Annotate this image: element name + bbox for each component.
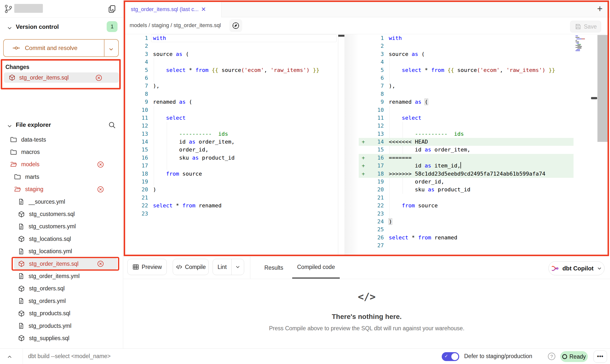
code-line[interactable]: 12 (123, 122, 338, 130)
code-line[interactable]: 2 (359, 42, 610, 50)
preview-button[interactable]: Preview (127, 259, 167, 275)
code-line[interactable]: 25 (359, 226, 610, 233)
code-line[interactable]: 7), (123, 82, 338, 90)
code-line[interactable]: 9renamed as ( (359, 98, 610, 106)
minimap[interactable] (575, 35, 592, 51)
search-icon[interactable] (108, 121, 117, 130)
code-line[interactable]: 13 ---------- ids (359, 130, 610, 138)
diff-pane-original[interactable]: 1with23source as (45 select * from {{ so… (123, 34, 338, 255)
code-line[interactable]: 11 select (123, 114, 338, 122)
copy-icon[interactable] (107, 4, 117, 14)
code-line[interactable]: 6 (123, 74, 338, 82)
right-scrollbar-track[interactable] (597, 35, 608, 142)
file-tree-item[interactable]: stg_customers.sql (0, 208, 123, 220)
version-control-header[interactable]: Version control 1 (0, 22, 123, 32)
dbt-copilot-button[interactable]: dbt Copilot (548, 261, 605, 275)
file-tree-item[interactable]: stg_order_items.yml (0, 270, 123, 282)
code-line[interactable]: 13 ---------- ids (123, 130, 338, 138)
discard-change-icon[interactable] (95, 74, 102, 82)
code-line[interactable]: 2 (123, 42, 338, 50)
close-tab-icon[interactable]: ✕ (201, 6, 206, 13)
file-explorer-header[interactable]: File explorer (0, 120, 123, 130)
code-line[interactable]: 8 (359, 90, 610, 98)
file-tree-item[interactable]: stg_orders.yml (0, 295, 123, 307)
panel-tab-compiled-code[interactable]: Compiled code (292, 257, 340, 279)
code-line[interactable]: 10 (359, 106, 610, 114)
right-scrollbar-thumb[interactable] (591, 97, 597, 99)
code-line[interactable]: +16======= (359, 154, 610, 162)
file-tree-item[interactable]: stg_customers.yml (0, 220, 123, 233)
code-line[interactable]: 4 (123, 58, 338, 66)
code-line[interactable]: 7), (359, 82, 610, 90)
code-line[interactable]: 19 (123, 178, 338, 186)
code-line[interactable]: 19 order_id, (359, 178, 610, 186)
file-tree-item[interactable]: stg_supplies.sql (0, 332, 123, 344)
file-tree-item[interactable]: models (0, 158, 123, 171)
left-scrollbar-thumb[interactable] (338, 35, 344, 37)
code-line[interactable]: 20) (123, 186, 338, 194)
code-line[interactable]: 4 (359, 58, 610, 66)
file-tree-item[interactable]: stg_products.sql (0, 307, 123, 319)
file-tree-item[interactable]: macros (0, 146, 123, 158)
code-line[interactable]: 27 (359, 242, 610, 249)
code-line[interactable]: 15 id as order_item, (359, 146, 610, 154)
code-line[interactable]: 26select * from renamed (359, 234, 610, 242)
ready-status-badge[interactable]: Ready (560, 351, 588, 362)
defer-toggle[interactable]: ✓ (442, 352, 459, 361)
new-tab-icon[interactable]: + (597, 3, 603, 14)
diff-pane-modified[interactable]: 1with23source as (45 select * from {{ so… (359, 34, 610, 255)
code-line[interactable]: 21 (123, 194, 338, 202)
code-line[interactable]: 16 sku as product_id (123, 154, 338, 162)
panel-tab-results[interactable]: Results (264, 257, 283, 279)
code-line[interactable]: 5 select * from {{ source('ecom', 'raw_i… (123, 66, 338, 74)
file-tree-item[interactable]: marts (0, 171, 123, 183)
lint-dropdown-chevron-icon[interactable] (232, 264, 244, 270)
code-line[interactable]: 3source as ( (123, 50, 338, 58)
changed-file-row[interactable]: stg_order_items.sql (4, 72, 119, 83)
discard-change-icon[interactable] (97, 161, 104, 168)
code-line[interactable]: 20 sku as product_id (359, 186, 610, 194)
help-icon[interactable]: ? (548, 353, 555, 360)
pane-divider[interactable] (338, 34, 338, 255)
file-tree-item[interactable]: stg_products.yml (0, 320, 123, 332)
code-line[interactable]: 22select * from renamed (123, 202, 338, 210)
code-line[interactable]: 17 (123, 162, 338, 170)
code-line[interactable]: 10 (123, 106, 338, 114)
file-tree-item[interactable]: staging (0, 183, 123, 196)
file-tree-item[interactable]: stg_order_items.sql (0, 258, 123, 270)
file-tree-item[interactable]: data-tests (0, 133, 123, 146)
code-line[interactable]: 3source as ( (359, 50, 610, 58)
discard-change-icon[interactable] (97, 186, 104, 193)
code-line[interactable]: 1with (359, 34, 610, 42)
code-line[interactable]: 14 id as order_item, (123, 138, 338, 146)
commit-dropdown-chevron-icon[interactable] (108, 46, 114, 52)
code-line[interactable]: +18>>>>>>> 58c1dd23d5eebd9cd2495fa7124ab… (359, 170, 610, 178)
branch-name-placeholder[interactable] (14, 4, 43, 13)
diff-editor[interactable]: 1with23source as (45 select * from {{ so… (123, 34, 610, 255)
file-tree-item[interactable]: stg_locations.yml (0, 245, 123, 258)
command-input[interactable]: dbt build --select <model_name> (28, 353, 111, 360)
discard-change-icon[interactable] (97, 260, 104, 267)
more-options-button[interactable]: ••• (593, 350, 607, 363)
code-line[interactable]: 1with (123, 34, 338, 42)
code-line[interactable]: 18 from source (123, 170, 338, 178)
code-line[interactable]: 23 (359, 210, 610, 218)
file-tree-item[interactable]: __sources.yml (0, 196, 123, 208)
code-line[interactable]: +14<<<<<<< HEAD (359, 138, 610, 146)
commit-and-resolve-button[interactable]: Commit and resolve (3, 39, 119, 57)
code-line[interactable]: 5 select * from {{ source('ecom', 'raw_i… (359, 66, 610, 74)
code-line[interactable]: 15 order_id, (123, 146, 338, 154)
code-line[interactable]: 12 (359, 122, 610, 130)
file-tree-item[interactable]: stg_orders.sql (0, 282, 123, 295)
code-line[interactable]: 8 (123, 90, 338, 98)
code-line[interactable]: 9renamed as ( (123, 98, 338, 106)
file-tree-item[interactable]: stg_locations.sql (0, 233, 123, 245)
code-line[interactable]: 21 (359, 194, 610, 202)
code-line[interactable]: 22 from source (359, 202, 610, 210)
expand-command-bar-icon[interactable] (6, 354, 13, 360)
code-line[interactable]: 6 (359, 74, 610, 82)
compile-button[interactable]: Compile (173, 259, 209, 275)
code-line[interactable]: 11 select (359, 114, 610, 122)
code-line[interactable]: 24) (359, 218, 610, 226)
code-line[interactable]: 23 (123, 210, 338, 218)
